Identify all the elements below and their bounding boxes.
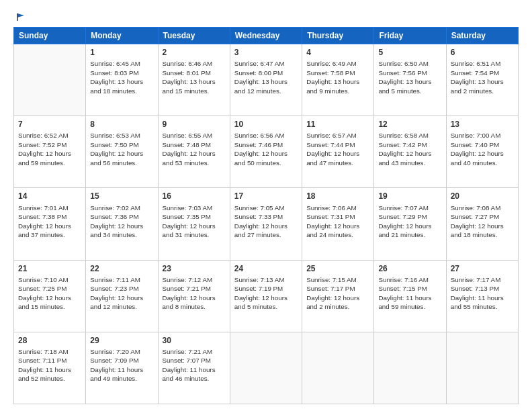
calendar-cell: 25Sunrise: 7:15 AM Sunset: 7:17 PM Dayli…: [302, 260, 374, 332]
calendar-cell: 18Sunrise: 7:06 AM Sunset: 7:31 PM Dayli…: [302, 188, 374, 260]
calendar-cell: 6Sunrise: 6:51 AM Sunset: 7:54 PM Daylig…: [446, 44, 518, 116]
calendar-cell: [230, 332, 302, 404]
day-number: 10: [234, 119, 298, 130]
day-number: 5: [378, 47, 441, 58]
calendar-cell: 10Sunrise: 6:56 AM Sunset: 7:46 PM Dayli…: [230, 116, 302, 188]
day-number: 27: [451, 263, 514, 274]
calendar-cell: 21Sunrise: 7:10 AM Sunset: 7:25 PM Dayli…: [14, 260, 86, 332]
day-info: Sunrise: 7:05 AM Sunset: 7:33 PM Dayligh…: [234, 203, 298, 240]
calendar-week-1: 1Sunrise: 6:45 AM Sunset: 8:03 PM Daylig…: [14, 44, 519, 116]
calendar-cell: [446, 332, 518, 404]
calendar-cell: 11Sunrise: 6:57 AM Sunset: 7:44 PM Dayli…: [302, 116, 374, 188]
calendar-cell: [374, 332, 446, 404]
calendar-cell: 28Sunrise: 7:18 AM Sunset: 7:11 PM Dayli…: [14, 332, 86, 404]
day-number: 15: [90, 191, 153, 201]
header-day-friday: Friday: [374, 28, 446, 44]
logo: [13, 12, 26, 21]
day-info: Sunrise: 6:47 AM Sunset: 8:00 PM Dayligh…: [234, 59, 298, 95]
day-info: Sunrise: 7:10 AM Sunset: 7:25 PM Dayligh…: [18, 275, 81, 312]
day-number: 7: [18, 119, 81, 130]
day-number: 25: [306, 263, 369, 274]
calendar-cell: 4Sunrise: 6:49 AM Sunset: 7:58 PM Daylig…: [302, 44, 374, 116]
logo-flag-icon: [16, 12, 26, 21]
calendar-body: 1Sunrise: 6:45 AM Sunset: 8:03 PM Daylig…: [14, 44, 519, 404]
calendar-cell: 17Sunrise: 7:05 AM Sunset: 7:33 PM Dayli…: [230, 188, 302, 260]
day-number: 13: [451, 119, 514, 130]
day-number: 1: [90, 47, 153, 58]
header-row: SundayMondayTuesdayWednesdayThursdayFrid…: [14, 28, 519, 44]
day-number: 17: [234, 191, 298, 201]
day-info: Sunrise: 7:15 AM Sunset: 7:17 PM Dayligh…: [306, 275, 369, 312]
calendar-cell: 20Sunrise: 7:08 AM Sunset: 7:27 PM Dayli…: [446, 188, 518, 260]
calendar-cell: 23Sunrise: 7:12 AM Sunset: 7:21 PM Dayli…: [158, 260, 230, 332]
day-info: Sunrise: 6:56 AM Sunset: 7:46 PM Dayligh…: [234, 131, 298, 167]
day-info: Sunrise: 7:18 AM Sunset: 7:11 PM Dayligh…: [18, 347, 81, 383]
day-number: 28: [18, 335, 81, 346]
day-info: Sunrise: 7:02 AM Sunset: 7:36 PM Dayligh…: [90, 203, 153, 240]
day-number: 8: [90, 119, 153, 130]
header: [13, 12, 519, 21]
calendar-cell: 24Sunrise: 7:13 AM Sunset: 7:19 PM Dayli…: [230, 260, 302, 332]
header-day-thursday: Thursday: [302, 28, 374, 44]
calendar-week-4: 21Sunrise: 7:10 AM Sunset: 7:25 PM Dayli…: [14, 260, 519, 332]
day-number: 18: [306, 191, 369, 201]
day-number: 23: [163, 263, 226, 274]
calendar-cell: 7Sunrise: 6:52 AM Sunset: 7:52 PM Daylig…: [14, 116, 86, 188]
day-number: 22: [90, 263, 153, 274]
calendar-cell: 5Sunrise: 6:50 AM Sunset: 7:56 PM Daylig…: [374, 44, 446, 116]
day-info: Sunrise: 6:45 AM Sunset: 8:03 PM Dayligh…: [90, 59, 153, 95]
day-number: 12: [378, 119, 441, 130]
day-number: 19: [378, 191, 441, 201]
calendar-cell: 30Sunrise: 7:21 AM Sunset: 7:07 PM Dayli…: [158, 332, 230, 404]
day-number: 26: [378, 263, 441, 274]
calendar-cell: 13Sunrise: 7:00 AM Sunset: 7:40 PM Dayli…: [446, 116, 518, 188]
calendar-cell: 2Sunrise: 6:46 AM Sunset: 8:01 PM Daylig…: [158, 44, 230, 116]
day-info: Sunrise: 7:07 AM Sunset: 7:29 PM Dayligh…: [378, 203, 441, 240]
calendar-cell: 9Sunrise: 6:55 AM Sunset: 7:48 PM Daylig…: [158, 116, 230, 188]
calendar-cell: 15Sunrise: 7:02 AM Sunset: 7:36 PM Dayli…: [86, 188, 158, 260]
svg-marker-0: [17, 13, 24, 17]
day-info: Sunrise: 7:17 AM Sunset: 7:13 PM Dayligh…: [451, 275, 514, 312]
calendar-week-5: 28Sunrise: 7:18 AM Sunset: 7:11 PM Dayli…: [14, 332, 519, 404]
day-info: Sunrise: 7:11 AM Sunset: 7:23 PM Dayligh…: [90, 275, 153, 312]
calendar-cell: [302, 332, 374, 404]
day-info: Sunrise: 7:00 AM Sunset: 7:40 PM Dayligh…: [451, 131, 514, 167]
day-info: Sunrise: 7:06 AM Sunset: 7:31 PM Dayligh…: [306, 203, 369, 240]
calendar-header: SundayMondayTuesdayWednesdayThursdayFrid…: [14, 28, 519, 44]
calendar-week-2: 7Sunrise: 6:52 AM Sunset: 7:52 PM Daylig…: [14, 116, 519, 188]
day-info: Sunrise: 7:01 AM Sunset: 7:38 PM Dayligh…: [18, 203, 81, 240]
calendar-cell: 1Sunrise: 6:45 AM Sunset: 8:03 PM Daylig…: [86, 44, 158, 116]
day-number: 11: [306, 119, 369, 130]
header-day-monday: Monday: [86, 28, 158, 44]
calendar-cell: 29Sunrise: 7:20 AM Sunset: 7:09 PM Dayli…: [86, 332, 158, 404]
calendar-cell: [14, 44, 86, 116]
page: SundayMondayTuesdayWednesdayThursdayFrid…: [0, 0, 532, 411]
day-info: Sunrise: 6:51 AM Sunset: 7:54 PM Dayligh…: [451, 59, 514, 95]
calendar-table: SundayMondayTuesdayWednesdayThursdayFrid…: [13, 27, 519, 404]
header-day-wednesday: Wednesday: [230, 28, 302, 44]
day-info: Sunrise: 6:52 AM Sunset: 7:52 PM Dayligh…: [18, 131, 81, 167]
day-number: 20: [451, 191, 514, 201]
calendar-cell: 26Sunrise: 7:16 AM Sunset: 7:15 PM Dayli…: [374, 260, 446, 332]
day-number: 9: [163, 119, 226, 130]
day-info: Sunrise: 6:53 AM Sunset: 7:50 PM Dayligh…: [90, 131, 153, 167]
day-number: 4: [306, 47, 369, 58]
calendar-cell: 19Sunrise: 7:07 AM Sunset: 7:29 PM Dayli…: [374, 188, 446, 260]
header-day-sunday: Sunday: [14, 28, 86, 44]
day-number: 24: [234, 263, 298, 274]
day-info: Sunrise: 7:16 AM Sunset: 7:15 PM Dayligh…: [378, 275, 441, 312]
day-number: 30: [163, 335, 226, 346]
day-info: Sunrise: 6:58 AM Sunset: 7:42 PM Dayligh…: [378, 131, 441, 167]
day-info: Sunrise: 6:55 AM Sunset: 7:48 PM Dayligh…: [163, 131, 226, 167]
calendar-cell: 16Sunrise: 7:03 AM Sunset: 7:35 PM Dayli…: [158, 188, 230, 260]
header-day-saturday: Saturday: [446, 28, 518, 44]
day-number: 2: [163, 47, 226, 58]
day-info: Sunrise: 7:21 AM Sunset: 7:07 PM Dayligh…: [163, 347, 226, 383]
day-number: 21: [18, 263, 81, 274]
calendar-cell: 8Sunrise: 6:53 AM Sunset: 7:50 PM Daylig…: [86, 116, 158, 188]
day-number: 3: [234, 47, 298, 58]
calendar-cell: 22Sunrise: 7:11 AM Sunset: 7:23 PM Dayli…: [86, 260, 158, 332]
day-info: Sunrise: 6:50 AM Sunset: 7:56 PM Dayligh…: [378, 59, 441, 95]
day-info: Sunrise: 7:20 AM Sunset: 7:09 PM Dayligh…: [90, 347, 153, 383]
day-info: Sunrise: 7:03 AM Sunset: 7:35 PM Dayligh…: [163, 203, 226, 240]
